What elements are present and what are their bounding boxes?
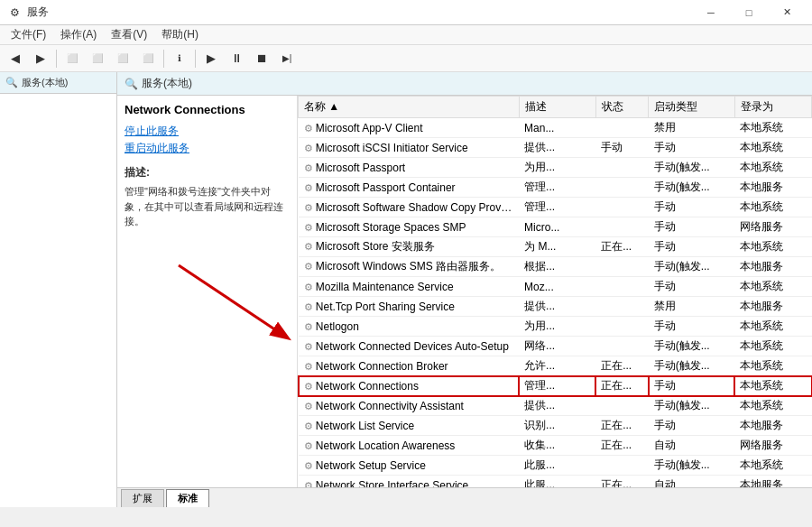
menu-file[interactable]: 文件(F): [4, 25, 53, 44]
table-row[interactable]: ⚙ Network List Service 识别... 正在... 手动 本地…: [299, 416, 812, 436]
title-bar-title: 服务: [27, 5, 693, 20]
service-row-login: 本地系统: [734, 456, 811, 476]
toolbar-btn-4[interactable]: ⬜: [136, 48, 160, 69]
services-table-container[interactable]: 名称 ▲ 描述 状态 启动类型 登录为 ⚙ Microsoft App-V Cl…: [298, 96, 812, 487]
tab-standard[interactable]: 标准: [166, 489, 209, 507]
service-row-status: [595, 257, 648, 277]
table-row[interactable]: ⚙ Network Connectivity Assistant 提供... 手…: [299, 396, 812, 416]
service-row-status: [595, 217, 648, 237]
service-row-icon: ⚙: [304, 143, 313, 153]
toolbar-btn-5[interactable]: ℹ: [168, 48, 191, 69]
stop-button[interactable]: ⏹: [250, 48, 273, 69]
table-row[interactable]: ⚙ Network Store Interface Service 此服... …: [299, 476, 812, 488]
table-row[interactable]: ⚙ Network Connections 管理... 正在... 手动 本地系…: [299, 376, 812, 396]
service-row-desc: 为用...: [519, 158, 595, 178]
title-bar-controls: ─ □ ✕: [693, 0, 805, 25]
table-row[interactable]: ⚙ Microsoft Storage Spaces SMP Micro... …: [299, 217, 812, 237]
service-row-startup: 自动: [649, 476, 735, 488]
service-row-login: 本地服务: [734, 178, 811, 198]
arrow-icon: [179, 265, 269, 356]
service-row-icon: ⚙: [304, 301, 313, 312]
menu-action[interactable]: 操作(A): [53, 25, 104, 44]
service-row-desc: 为用...: [519, 317, 595, 337]
service-row-login: 本地系统: [734, 356, 811, 376]
service-row-name: Microsoft Store 安装服务: [316, 240, 435, 253]
service-row-desc: 提供...: [519, 297, 595, 317]
col-name[interactable]: 名称 ▲: [299, 97, 520, 118]
col-status[interactable]: 状态: [595, 97, 648, 118]
main-layout: 🔍 服务(本地) 🔍 服务(本地) Network Connections 停止…: [0, 72, 812, 507]
toolbar-btn-1[interactable]: ⬜: [60, 48, 84, 69]
service-row-login: 网络服务: [734, 436, 811, 456]
service-row-startup: 手动(触发...: [649, 396, 735, 416]
tab-expand[interactable]: 扩展: [121, 489, 164, 507]
service-row-startup: 自动: [649, 436, 735, 456]
table-row[interactable]: ⚙ Microsoft Passport 为用... 手动(触发... 本地系统: [299, 158, 812, 178]
service-row-status: 正在...: [595, 436, 648, 456]
table-row[interactable]: ⚙ Microsoft Software Shadow Copy Provide…: [299, 198, 812, 217]
content-area: 🔍 服务(本地) Network Connections 停止此服务 重启动此服…: [117, 72, 812, 507]
service-row-startup: 手动(触发...: [649, 456, 735, 476]
restart-button[interactable]: ▶|: [275, 48, 299, 69]
service-row-icon: ⚙: [304, 282, 313, 292]
table-row[interactable]: ⚙ Network Connection Broker 允许... 正在... …: [299, 356, 812, 376]
maximize-button[interactable]: □: [731, 0, 767, 25]
menu-view[interactable]: 查看(V): [104, 25, 154, 44]
col-startup[interactable]: 启动类型: [649, 97, 735, 118]
service-row-status: [595, 277, 648, 297]
stop-service-link[interactable]: 停止此服务: [125, 124, 290, 139]
service-row-startup: 手动: [649, 237, 735, 257]
service-row-login: 本地服务: [734, 476, 811, 488]
service-row-startup: 手动: [649, 198, 735, 217]
col-login[interactable]: 登录为: [734, 97, 811, 118]
col-desc[interactable]: 描述: [519, 97, 595, 118]
table-row[interactable]: ⚙ Microsoft Passport Container 管理... 手动(…: [299, 178, 812, 198]
service-row-desc: 管理...: [519, 376, 595, 396]
close-button[interactable]: ✕: [769, 0, 805, 25]
back-button[interactable]: ◀: [4, 48, 27, 69]
service-row-icon: ⚙: [304, 321, 313, 332]
minimize-button[interactable]: ─: [693, 0, 729, 25]
service-row-icon: ⚙: [304, 421, 313, 431]
content-header: 🔍 服务(本地): [117, 72, 812, 96]
service-row-icon: ⚙: [304, 440, 313, 451]
service-row-name: Network Connectivity Assistant: [316, 400, 464, 412]
service-row-startup: 手动(触发...: [649, 158, 735, 178]
table-row[interactable]: ⚙ Microsoft App-V Client Man... 禁用 本地系统: [299, 118, 812, 138]
table-row[interactable]: ⚙ Net.Tcp Port Sharing Service 提供... 禁用 …: [299, 297, 812, 317]
table-row[interactable]: ⚙ Mozilla Maintenance Service Moz... 手动 …: [299, 277, 812, 297]
table-row[interactable]: ⚙ Microsoft Store 安装服务 为 M... 正在... 手动 本…: [299, 237, 812, 257]
service-row-startup: 手动: [649, 277, 735, 297]
service-row-desc: 管理...: [519, 178, 595, 198]
toolbar-btn-2[interactable]: ⬜: [86, 48, 109, 69]
service-row-startup: 手动: [649, 416, 735, 436]
service-row-desc: 提供...: [519, 138, 595, 158]
service-row-name: Microsoft Storage Spaces SMP: [316, 221, 466, 234]
service-row-name: Microsoft Passport: [316, 162, 405, 174]
service-row-icon: ⚙: [304, 341, 313, 352]
service-row-login: 本地系统: [734, 396, 811, 416]
service-row-name: Mozilla Maintenance Service: [316, 281, 454, 293]
play-button[interactable]: ▶: [199, 48, 223, 69]
table-row[interactable]: ⚙ Microsoft Windows SMS 路由器服务。 根据... 手动(…: [299, 257, 812, 277]
service-row-login: 本地系统: [734, 237, 811, 257]
table-row[interactable]: ⚙ Network Location Awareness 收集... 正在...…: [299, 436, 812, 456]
sidebar-header-label: 服务(本地): [22, 76, 68, 89]
service-row-name: Network Connections: [316, 380, 419, 393]
service-info-panel: Network Connections 停止此服务 重启动此服务 描述: 管理"…: [117, 96, 298, 487]
restart-service-link[interactable]: 重启动此服务: [125, 141, 290, 156]
forward-button[interactable]: ▶: [29, 48, 52, 69]
service-row-name: Microsoft Software Shadow Copy Provider: [316, 201, 519, 214]
menu-help[interactable]: 帮助(H): [154, 25, 206, 44]
desc-label: 描述:: [125, 165, 290, 180]
table-row[interactable]: ⚙ Microsoft iSCSI Initiator Service 提供..…: [299, 138, 812, 158]
pause-button[interactable]: ⏸: [225, 48, 248, 69]
service-row-login: 本地系统: [734, 118, 811, 138]
table-row[interactable]: ⚙ Netlogon 为用... 手动 本地系统: [299, 317, 812, 337]
service-row-startup: 手动: [649, 217, 735, 237]
service-row-desc: 提供...: [519, 396, 595, 416]
table-row[interactable]: ⚙ Network Connected Devices Auto-Setup 网…: [299, 337, 812, 356]
table-row[interactable]: ⚙ Network Setup Service 此服... 手动(触发... 本…: [299, 456, 812, 476]
toolbar-btn-3[interactable]: ⬜: [111, 48, 134, 69]
service-row-status: [595, 198, 648, 217]
